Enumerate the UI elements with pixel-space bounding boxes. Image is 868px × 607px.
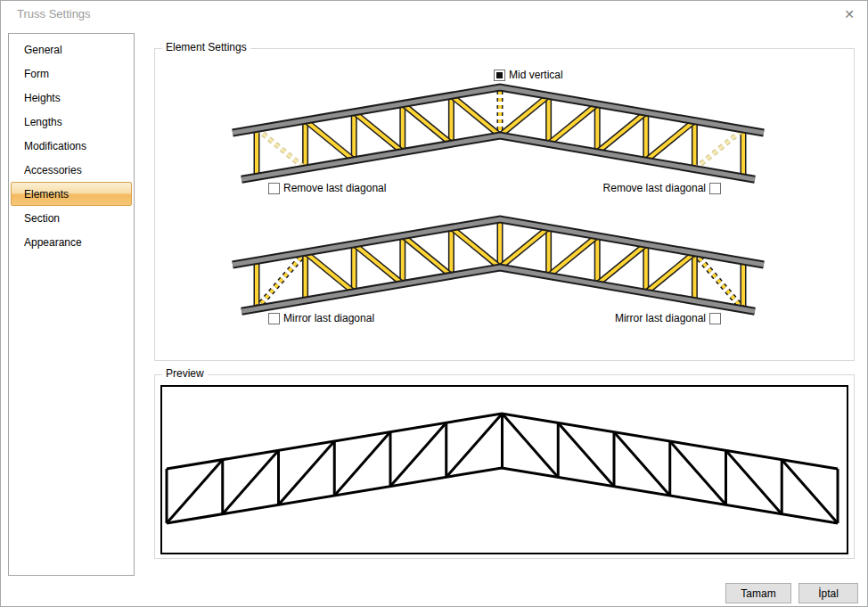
remove-last-diagonal-left-row: Remove last diagonal bbox=[268, 182, 386, 194]
cancel-button[interactable]: İptal bbox=[798, 583, 858, 603]
ok-button[interactable]: Tamam bbox=[725, 583, 791, 603]
mid-vertical-label: Mid vertical bbox=[509, 69, 563, 81]
truss-settings-dialog: Truss Settings ✕ GeneralFormHeightsLengt… bbox=[0, 0, 868, 607]
sidebar-nav: GeneralFormHeightsLengthsModificationsAc… bbox=[8, 33, 135, 576]
mirror-last-diagonal-left-checkbox[interactable] bbox=[268, 313, 280, 324]
remove-last-diagonal-right-checkbox[interactable] bbox=[709, 183, 721, 194]
mirror-last-diagonal-left-label: Mirror last diagonal bbox=[283, 312, 374, 324]
remove-last-diagonal-right-label: Remove last diagonal bbox=[603, 182, 706, 194]
mid-vertical-checkbox[interactable] bbox=[494, 70, 505, 81]
remove-last-diagonal-left-label: Remove last diagonal bbox=[283, 182, 386, 194]
sidebar-item-general[interactable]: General bbox=[11, 37, 132, 62]
sidebar-item-modifications[interactable]: Modifications bbox=[11, 134, 132, 158]
sidebar-item-elements[interactable]: Elements bbox=[11, 182, 132, 206]
sidebar-item-section[interactable]: Section bbox=[11, 206, 132, 230]
window-title: Truss Settings bbox=[17, 1, 91, 28]
preview-canvas bbox=[160, 385, 848, 554]
mid-vertical-row: Mid vertical bbox=[494, 69, 563, 81]
mirror-last-diagonal-right-checkbox[interactable] bbox=[709, 313, 721, 324]
element-settings-group: Element Settings bbox=[154, 48, 855, 361]
close-icon[interactable]: ✕ bbox=[839, 4, 860, 24]
element-settings-group-label: Element Settings bbox=[162, 41, 250, 53]
sidebar-item-appearance[interactable]: Appearance bbox=[11, 230, 132, 254]
sidebar-item-form[interactable]: Form bbox=[11, 62, 132, 86]
mirror-last-diagonal-right-row: Mirror last diagonal bbox=[615, 312, 721, 324]
sidebar-item-lengths[interactable]: Lengths bbox=[11, 110, 132, 134]
sidebar-item-heights[interactable]: Heights bbox=[11, 86, 132, 110]
preview-group: Preview bbox=[154, 374, 855, 559]
remove-last-diagonal-left-checkbox[interactable] bbox=[268, 183, 280, 194]
mirror-last-diagonal-left-row: Mirror last diagonal bbox=[268, 312, 374, 324]
sidebar-item-accessories[interactable]: Accessories bbox=[11, 158, 132, 182]
remove-last-diagonal-right-row: Remove last diagonal bbox=[603, 182, 721, 194]
mirror-last-diagonal-right-label: Mirror last diagonal bbox=[615, 312, 706, 324]
titlebar: Truss Settings ✕ bbox=[1, 1, 867, 28]
preview-group-label: Preview bbox=[162, 367, 208, 380]
